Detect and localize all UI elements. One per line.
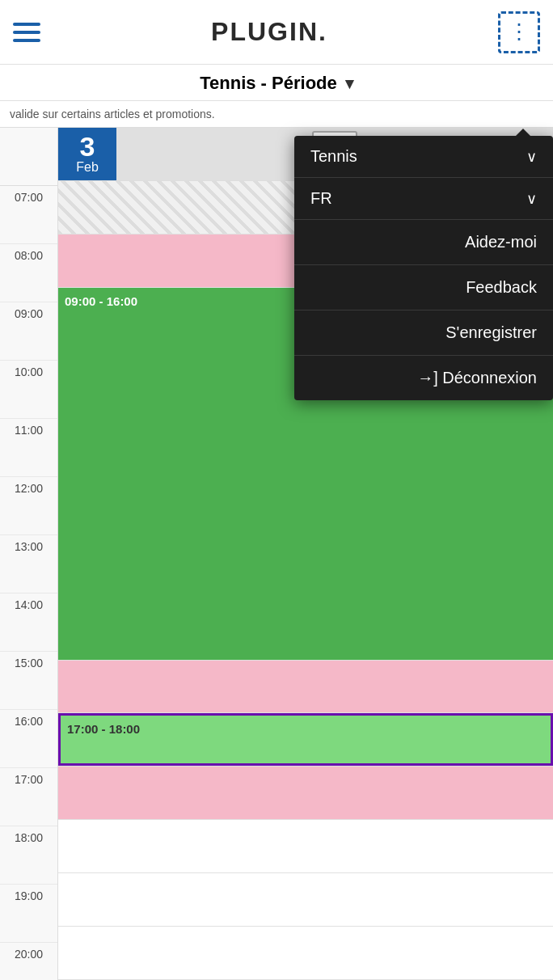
time-slot-1000: 10:00 bbox=[0, 361, 57, 419]
time-slot-0900: 09:00 bbox=[0, 302, 57, 361]
lang-select-label: FR bbox=[310, 189, 332, 208]
time-slot-1700: 17:00 bbox=[0, 768, 57, 826]
hamburger-button[interactable] bbox=[13, 23, 40, 42]
sport-chevron-icon: ∨ bbox=[526, 148, 537, 166]
menu-item-register[interactable]: S'enregistrer bbox=[294, 310, 553, 356]
lang-select[interactable]: FR ∨ bbox=[294, 178, 553, 220]
cal-slot-1800[interactable] bbox=[58, 767, 553, 820]
promo-bar: valide sur certains articles et promotio… bbox=[0, 101, 553, 128]
menu-item-register-label: S'enregistrer bbox=[445, 323, 537, 341]
period-label: Tennis - Période bbox=[200, 73, 337, 94]
menu-item-logout[interactable]: →] Déconnexion bbox=[294, 356, 553, 400]
time-slot-1200: 12:00 bbox=[0, 477, 57, 535]
menu-item-help-label: Aidez-moi bbox=[465, 233, 537, 251]
day-date-box: 3 Feb bbox=[58, 128, 116, 180]
booking-label-09: 09:00 - 16:00 bbox=[65, 294, 137, 308]
promo-text: valide sur certains articles et promotio… bbox=[10, 108, 215, 120]
cal-slot-1600[interactable] bbox=[58, 661, 553, 714]
time-slot-2000: 20:00 bbox=[0, 943, 57, 980]
period-selector[interactable]: Tennis - Période ▾ bbox=[0, 65, 553, 101]
menu-item-logout-label: →] Déconnexion bbox=[417, 369, 537, 387]
sport-select[interactable]: Tennis ∨ bbox=[294, 136, 553, 178]
header: PLUGIN. bbox=[0, 0, 553, 65]
time-slot-1900: 19:00 bbox=[0, 885, 57, 943]
dropdown-menu: Tennis ∨ FR ∨ Aidez-moi Feedback S'enreg… bbox=[294, 136, 553, 400]
cal-slot-2100[interactable] bbox=[58, 927, 553, 980]
menu-item-feedback-label: Feedback bbox=[466, 278, 537, 296]
day-number: 3 bbox=[80, 133, 95, 160]
app-layout: PLUGIN. Tennis - Période ▾ valide sur ce… bbox=[0, 0, 553, 980]
menu-item-feedback[interactable]: Feedback bbox=[294, 265, 553, 310]
cal-slot-1700[interactable]: 17:00 - 18:00 bbox=[58, 713, 553, 767]
sport-select-label: Tennis bbox=[310, 147, 357, 166]
time-slot-1400: 14:00 bbox=[0, 593, 57, 652]
period-chevron: ▾ bbox=[345, 74, 353, 93]
time-column: 07:00 08:00 09:00 10:00 11:00 12:00 13:0… bbox=[0, 128, 58, 980]
day-month: Feb bbox=[76, 160, 99, 175]
grid-menu-button[interactable] bbox=[498, 11, 540, 53]
booking-block-17[interactable]: 17:00 - 18:00 bbox=[58, 713, 553, 766]
cal-slot-1900[interactable] bbox=[58, 820, 553, 873]
time-slot-1100: 11:00 bbox=[0, 419, 57, 477]
logo-text: PLUGIN. bbox=[211, 17, 327, 46]
booking-label-17: 17:00 - 18:00 bbox=[67, 722, 140, 736]
time-header-spacer bbox=[0, 128, 57, 186]
time-slot-1600: 16:00 bbox=[0, 710, 57, 768]
app-logo: PLUGIN. bbox=[211, 17, 327, 47]
time-slot-1500: 15:00 bbox=[0, 652, 57, 710]
time-slot-0700: 07:00 bbox=[0, 186, 57, 244]
time-slot-0800: 08:00 bbox=[0, 244, 57, 302]
time-slot-1800: 18:00 bbox=[0, 826, 57, 885]
lang-chevron-icon: ∨ bbox=[526, 190, 537, 208]
cal-slot-2000[interactable] bbox=[58, 873, 553, 927]
menu-item-help[interactable]: Aidez-moi bbox=[294, 220, 553, 265]
time-slot-1300: 13:00 bbox=[0, 535, 57, 593]
